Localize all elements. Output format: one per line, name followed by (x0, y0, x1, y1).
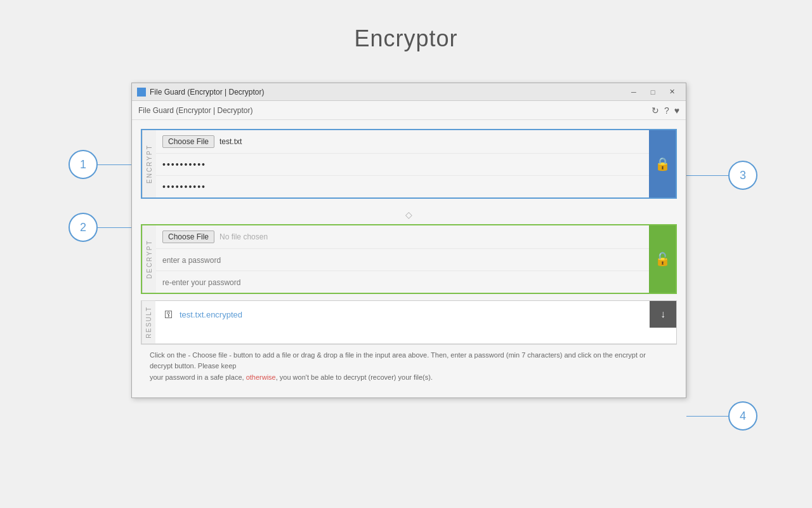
encrypt-confirm-input[interactable] (162, 182, 643, 192)
heart-icon[interactable]: ♥ (674, 105, 679, 116)
instruction-text-2: your password in a safe place, (150, 373, 246, 381)
decrypt-file-placeholder: No file chosen (219, 232, 268, 241)
title-bar: File Guard (Encryptor | Decryptor) ─ □ ✕ (132, 83, 686, 101)
decrypt-label: DECRYPT (142, 225, 156, 293)
decrypt-choose-file-button[interactable]: Choose File (162, 231, 214, 243)
callout-line-1 (98, 164, 133, 165)
decrypt-confirm-row (156, 271, 649, 293)
encrypt-label: ENCRYPT (142, 130, 156, 197)
callout-line-2 (98, 227, 133, 228)
instruction-highlight: otherwise (246, 373, 276, 381)
key-icon: ⚿ (164, 309, 173, 319)
menu-title: File Guard (Encryptor | Decryptor) (138, 106, 652, 115)
encrypt-body: Choose File test.txt (156, 130, 649, 197)
decrypt-button[interactable]: 🔓 (649, 225, 676, 293)
result-body: ⚿ test.txt.encrypted (155, 301, 650, 328)
instruction-text-1: Click on the - Choose file - button to a… (150, 351, 646, 370)
menu-bar-actions: ↻ ? ♥ (652, 105, 679, 116)
encrypt-choose-file-button[interactable]: Choose File (162, 135, 214, 148)
callout-line-4 (686, 416, 728, 417)
close-button[interactable]: ✕ (663, 86, 681, 98)
encrypt-password-row (156, 154, 649, 176)
unlock-icon: 🔓 (655, 251, 671, 267)
title-bar-controls: ─ □ ✕ (625, 86, 681, 98)
instruction-text-3: , you won't be able to decrypt (recover)… (276, 373, 433, 381)
menu-bar: File Guard (Encryptor | Decryptor) ↻ ? ♥ (132, 101, 686, 120)
decrypt-file-row: Choose File No file chosen (156, 225, 649, 249)
result-filename[interactable]: test.txt.encrypted (180, 310, 242, 319)
result-label: RESULT (141, 301, 155, 344)
decrypt-password-row (156, 249, 649, 271)
callout-line-3 (686, 175, 728, 176)
result-section: RESULT ⚿ test.txt.encrypted ↓ (141, 300, 677, 344)
encrypt-file-row: Choose File test.txt (156, 130, 649, 154)
instructions: Click on the - Choose file - button to a… (141, 344, 677, 389)
decrypt-section: DECRYPT Choose File No file chosen 🔓 (141, 224, 677, 294)
download-button[interactable]: ↓ (650, 301, 676, 328)
app-icon (137, 88, 146, 97)
title-bar-text: File Guard (Encryptor | Decryptor) (150, 88, 625, 97)
encrypt-button[interactable]: 🔒 (649, 130, 676, 197)
maximize-button[interactable]: □ (644, 86, 662, 98)
divider-icon: ◇ (405, 210, 412, 220)
encrypt-file-name: test.txt (219, 137, 242, 146)
app-window: File Guard (Encryptor | Decryptor) ─ □ ✕… (131, 83, 686, 398)
lock-icon: 🔒 (655, 156, 671, 171)
callout-1: 1 (69, 150, 98, 179)
decrypt-body: Choose File No file chosen (156, 225, 649, 293)
callout-4: 4 (728, 401, 757, 431)
encrypt-confirm-row (156, 176, 649, 197)
encrypt-password-input[interactable] (162, 159, 643, 170)
section-divider: ◇ (141, 205, 677, 224)
minimize-button[interactable]: ─ (625, 86, 643, 98)
callout-2: 2 (69, 213, 98, 242)
page-title: Encryptor (0, 0, 812, 52)
help-icon[interactable]: ? (664, 105, 669, 116)
content-area: ENCRYPT Choose File test.txt 🔒 ◇ (132, 120, 686, 398)
refresh-icon[interactable]: ↻ (652, 105, 659, 116)
decrypt-confirm-input[interactable] (162, 278, 643, 287)
download-icon: ↓ (660, 309, 665, 320)
callout-3: 3 (728, 161, 757, 190)
encrypt-section: ENCRYPT Choose File test.txt 🔒 (141, 129, 677, 199)
decrypt-password-input[interactable] (162, 256, 643, 265)
